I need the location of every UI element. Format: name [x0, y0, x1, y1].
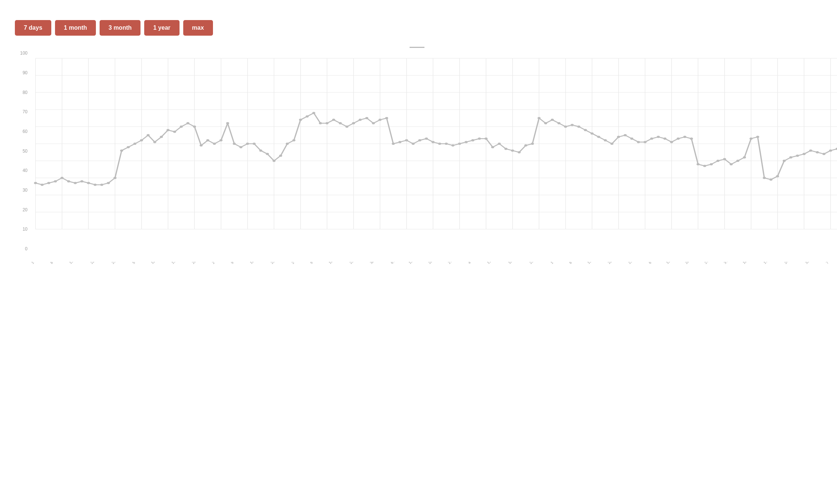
svg-point-121: [498, 143, 501, 145]
legend-line-icon: [410, 47, 424, 48]
svg-point-116: [465, 141, 468, 143]
y-axis-label: 50: [16, 149, 28, 153]
x-axis-label: 24 Aug, 2023: [783, 262, 801, 265]
svg-point-80: [226, 122, 229, 124]
svg-point-88: [279, 155, 282, 157]
x-axis-label: 11 May, 2023: [486, 262, 504, 265]
btn-3month[interactable]: 3 month: [100, 20, 140, 36]
svg-point-171: [829, 149, 832, 152]
svg-point-96: [332, 119, 335, 121]
svg-point-60: [94, 183, 97, 186]
svg-point-67: [140, 139, 143, 142]
x-axis-label: 6 Jul, 2023: [648, 262, 663, 265]
btn-1month[interactable]: 1 month: [55, 20, 96, 36]
svg-point-90: [293, 139, 295, 142]
svg-point-81: [233, 143, 236, 145]
svg-point-169: [816, 151, 819, 153]
y-axis-label: 20: [16, 208, 28, 212]
svg-point-151: [697, 163, 699, 165]
svg-point-125: [524, 144, 527, 147]
svg-point-127: [537, 117, 540, 119]
x-axis-label: 2 Feb, 2023: [211, 262, 227, 265]
svg-point-58: [80, 180, 83, 182]
x-axis-label: 31 Aug, 2023: [804, 262, 822, 265]
y-axis-label: 100: [16, 51, 28, 55]
svg-point-103: [378, 119, 381, 121]
svg-point-133: [577, 126, 580, 128]
x-axis-label: 3 Aug, 2023: [723, 262, 739, 265]
svg-point-128: [544, 122, 547, 124]
x-axis-label: 22 Dec, 2022: [90, 262, 107, 265]
x-axis-label: 13 Jul, 2023: [665, 262, 682, 265]
svg-point-56: [67, 180, 70, 182]
svg-point-61: [100, 183, 103, 186]
svg-point-72: [173, 131, 176, 133]
svg-point-109: [418, 139, 421, 142]
x-axis-label: 22 Jun, 2023: [607, 262, 624, 265]
svg-point-52: [41, 183, 43, 186]
x-axis-label: 10 Aug, 2023: [742, 262, 759, 265]
chart-svg: [30, 51, 837, 259]
x-axis-label: 27 Jul, 2023: [704, 262, 720, 265]
svg-point-64: [120, 149, 123, 152]
svg-point-97: [339, 122, 342, 124]
btn-7days[interactable]: 7 days: [15, 20, 51, 36]
svg-point-51: [34, 182, 37, 184]
svg-point-94: [319, 122, 322, 124]
x-axis-label: 12 Jan, 2023: [150, 262, 168, 265]
svg-point-84: [253, 143, 256, 145]
svg-point-129: [551, 119, 554, 121]
svg-point-65: [127, 146, 130, 148]
btn-max[interactable]: max: [183, 20, 213, 36]
x-axis-label: 15 Jun, 2023: [586, 262, 604, 265]
y-axis-label: 10: [16, 227, 28, 231]
svg-point-75: [193, 126, 196, 128]
x-axis-label: 18 May, 2023: [507, 262, 525, 265]
x-labels: 1 Dec, 20228 Dec, 202215 Dec, 202222 Dec…: [30, 262, 837, 266]
x-axis-label: 27 Apr, 2023: [447, 262, 464, 265]
x-axis-label: 9 Feb, 2023: [230, 262, 246, 265]
svg-point-123: [511, 149, 514, 152]
x-axis-label: 16 Mar, 2023: [328, 262, 345, 265]
svg-point-95: [326, 122, 329, 124]
svg-point-111: [432, 141, 434, 143]
svg-point-163: [776, 175, 779, 177]
svg-point-66: [133, 143, 136, 145]
svg-point-130: [558, 122, 560, 124]
svg-point-138: [610, 143, 613, 145]
svg-point-155: [723, 158, 726, 160]
svg-point-165: [789, 156, 792, 159]
x-axis-label: 6 Apr, 2023: [390, 262, 405, 265]
svg-point-102: [372, 122, 375, 124]
svg-point-144: [650, 137, 653, 140]
svg-point-153: [710, 163, 713, 165]
svg-point-54: [54, 180, 57, 182]
svg-point-170: [823, 153, 825, 155]
svg-point-68: [147, 134, 150, 136]
x-axis-label: 7 Sep, 2023: [825, 262, 837, 265]
svg-point-113: [445, 143, 448, 145]
svg-point-76: [200, 144, 203, 147]
svg-point-143: [644, 141, 647, 143]
y-axis-title: [15, 51, 16, 266]
x-axis-label: 20 Jul, 2023: [684, 262, 701, 265]
svg-point-114: [452, 144, 455, 147]
svg-point-53: [47, 182, 50, 184]
svg-point-101: [365, 117, 368, 119]
x-axis-label: 20 Apr, 2023: [427, 262, 445, 265]
x-axis-label: 26 Jan, 2023: [191, 262, 209, 265]
y-axis-label: 30: [16, 188, 28, 192]
svg-point-157: [736, 160, 739, 162]
btn-1year[interactable]: 1 year: [144, 20, 179, 36]
svg-point-99: [352, 122, 355, 124]
svg-point-118: [478, 137, 481, 140]
x-axis-label: 5 Jan, 2023: [132, 262, 148, 265]
y-axis-label: 80: [16, 90, 28, 95]
x-axis-label: 1 Jun, 2023: [550, 262, 566, 265]
svg-point-159: [750, 137, 753, 140]
y-axis: 0102030405060708090100: [16, 51, 30, 266]
y-axis-label: 70: [16, 110, 28, 114]
svg-point-122: [504, 148, 507, 150]
time-range-buttons: 7 days 1 month 3 month 1 year max: [15, 20, 822, 36]
x-axis-label: 4 May, 2023: [467, 262, 484, 265]
